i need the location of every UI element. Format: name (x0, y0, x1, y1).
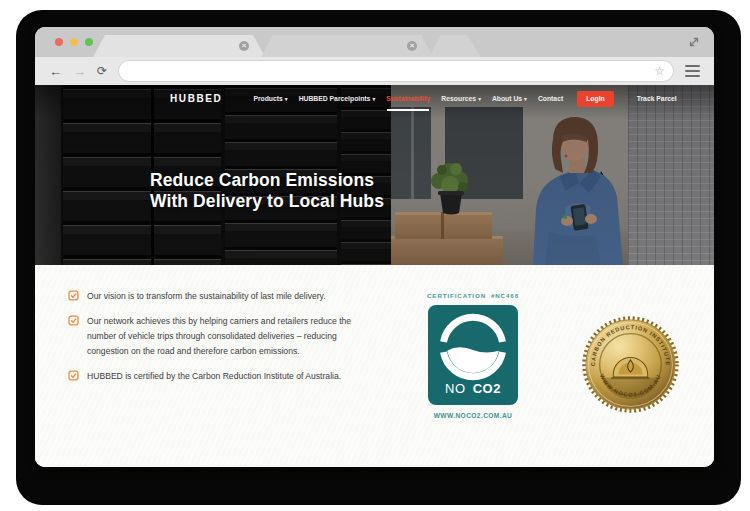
check-task-icon (68, 315, 79, 326)
track-parcel-link[interactable]: Track Parcel (637, 95, 677, 102)
certification-label: CERTIFICATION (427, 292, 486, 299)
chevron-down-icon: ▾ (372, 96, 375, 102)
check-task-icon (68, 290, 79, 301)
forward-icon[interactable]: → (73, 65, 86, 78)
sustainability-content-section: Our vision is to transform the sustainab… (35, 265, 714, 467)
chevron-down-icon: ▾ (524, 96, 527, 102)
window-controls (55, 38, 93, 46)
bullet-list: Our vision is to transform the sustainab… (68, 289, 373, 384)
hero-title-line2: With Delivery to Local Hubs (150, 191, 384, 212)
badge-co2-text: CO2 (473, 381, 501, 396)
hero-title: Reduce Carbon Emissions With Delivery to… (150, 170, 384, 212)
login-button[interactable]: Login (577, 91, 614, 107)
address-input[interactable] (127, 62, 648, 80)
list-item: HUBBED is certified by the Carbon Reduct… (68, 369, 373, 384)
check-task-icon (68, 370, 79, 381)
back-icon[interactable]: ← (49, 65, 62, 78)
nav-item-hubbed-parcelpoints[interactable]: HUBBED Parcelpoints▾ (299, 95, 376, 102)
bullet-text: Our vision is to transform the sustainab… (87, 289, 326, 304)
close-tab-icon[interactable]: × (407, 41, 417, 51)
browser-tab-active[interactable]: × (93, 35, 265, 57)
noco2-certification-block: CERTIFICATION #NC468 NO CO2 (427, 292, 519, 419)
certification-number: #NC468 (491, 292, 519, 299)
bullet-text: Our network achieves this by helping car… (87, 314, 373, 359)
chevron-down-icon: ▾ (478, 96, 481, 102)
browser-address-bar: ← → ⟳ ☆ (35, 57, 714, 85)
nav-menu: Products▾ HUBBED Parcelpoints▾ Sustainab… (253, 91, 676, 107)
close-tab-icon[interactable]: × (239, 41, 249, 51)
nav-item-contact[interactable]: Contact (538, 95, 563, 102)
browser-window: × × ← → ⟳ ☆ (35, 27, 714, 467)
nav-item-resources[interactable]: Resources▾ (441, 95, 481, 102)
browser-tab-background[interactable]: × (261, 35, 433, 57)
screenshot-canvas: × × ← → ⟳ ☆ (0, 0, 750, 511)
hamburger-menu-icon[interactable] (685, 65, 700, 77)
hubbed-logo[interactable]: HUBBED (170, 93, 222, 104)
url-field[interactable]: ☆ (118, 60, 674, 82)
carbon-reduction-institute-seal: CARBON REDUCTION INSTITUTE WWW.NOCO2.COM… (582, 316, 679, 413)
browser-tab-strip: × × (35, 27, 714, 57)
certification-header: CERTIFICATION #NC468 (427, 292, 519, 299)
badge-no-text: NO (445, 381, 466, 396)
noco2-website: WWW.NOCO2.COM.AU (427, 412, 519, 419)
refresh-icon[interactable]: ⟳ (97, 65, 107, 77)
active-nav-underline (387, 109, 429, 111)
bookmark-star-icon[interactable]: ☆ (654, 65, 665, 77)
minimize-window-button[interactable] (70, 38, 78, 46)
svg-text:NO CO2: NO CO2 (445, 381, 501, 396)
zoom-window-button[interactable] (85, 38, 93, 46)
nav-item-about-us[interactable]: About Us▾ (492, 95, 527, 102)
close-window-button[interactable] (55, 38, 63, 46)
page-viewport: HUBBED Products▾ HUBBED Parcelpoints▾ Su… (35, 85, 714, 467)
list-item: Our network achieves this by helping car… (68, 314, 373, 359)
browser-tab-partial[interactable] (429, 35, 481, 57)
noco2-badge-logo: NO CO2 (428, 305, 518, 405)
list-item: Our vision is to transform the sustainab… (68, 289, 373, 304)
hero-title-line1: Reduce Carbon Emissions (150, 170, 384, 191)
fullscreen-expand-icon[interactable] (687, 35, 701, 49)
chevron-down-icon: ▾ (285, 96, 288, 102)
hero-section: HUBBED Products▾ HUBBED Parcelpoints▾ Su… (35, 85, 714, 265)
nav-item-sustainability[interactable]: Sustainability (386, 95, 430, 102)
bullet-text: HUBBED is certified by the Carbon Reduct… (87, 369, 341, 384)
site-navbar: HUBBED Products▾ HUBBED Parcelpoints▾ Su… (35, 85, 714, 112)
nav-item-products[interactable]: Products▾ (253, 95, 287, 102)
